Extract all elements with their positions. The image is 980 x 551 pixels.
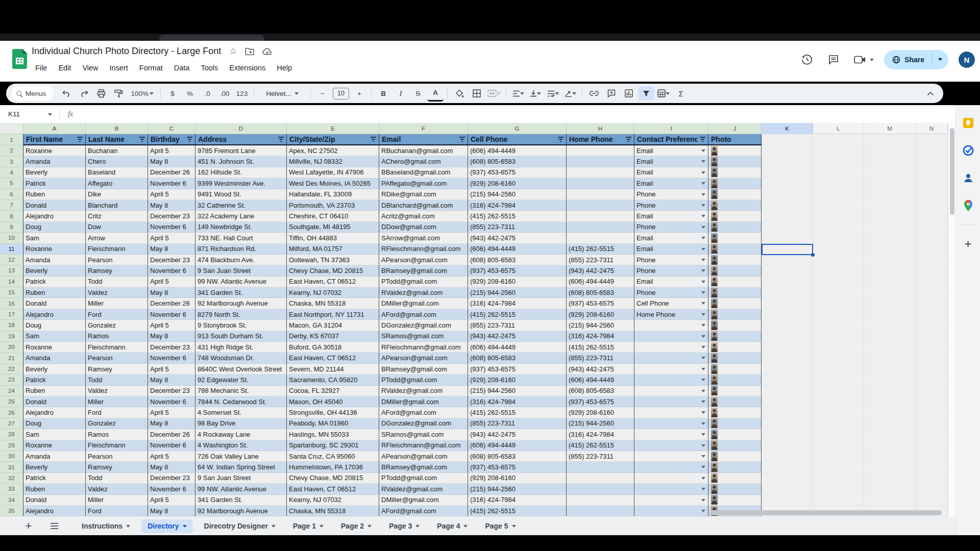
- cell-E10[interactable]: Tiffin, OH 44883: [287, 233, 379, 243]
- cell-M21[interactable]: [864, 353, 916, 363]
- cell-C23[interactable]: May 8: [148, 374, 195, 385]
- cell-A27[interactable]: Doug: [23, 418, 86, 429]
- cell-B21[interactable]: Pearson: [86, 353, 148, 363]
- cell-M1[interactable]: [864, 134, 916, 145]
- cell-F18[interactable]: DGonzalez@gmail.com: [379, 320, 468, 331]
- sheet-tab-menu-icon[interactable]: [183, 525, 187, 530]
- cell-H15[interactable]: (608) 805-6583: [567, 287, 634, 298]
- cell-H24[interactable]: (608) 805-6583: [567, 386, 634, 396]
- cell-A7[interactable]: Donald: [23, 200, 86, 211]
- zoom-control[interactable]: 100%: [128, 86, 157, 101]
- cell-D16[interactable]: 92 Marlborough Avenue: [195, 298, 287, 309]
- add-sheet-button[interactable]: +: [21, 519, 36, 533]
- cell-E5[interactable]: West Des Moines, IA 50265: [287, 178, 379, 189]
- menu-view[interactable]: View: [78, 62, 103, 73]
- cell-M8[interactable]: [864, 211, 916, 221]
- cell-E3[interactable]: Millville, NJ 08332: [287, 156, 379, 167]
- cell-E28[interactable]: Hastings, MN 55033: [287, 429, 379, 440]
- cell-H29[interactable]: (415) 262-5515: [567, 440, 634, 451]
- meet-video-icon[interactable]: [850, 50, 877, 69]
- cell-H28[interactable]: (316) 424-7984: [567, 429, 634, 440]
- cell-A33[interactable]: Ruben: [23, 484, 86, 494]
- cell-J12[interactable]: [708, 255, 762, 265]
- cell-E27[interactable]: Peabody, MA 01960: [287, 418, 379, 429]
- cell-A4[interactable]: Beverly: [23, 167, 86, 178]
- row-header-2[interactable]: 2: [0, 145, 23, 156]
- cell-E12[interactable]: Ooltewah, TN 37363: [287, 255, 379, 265]
- cell-N24[interactable]: [916, 386, 948, 396]
- row-header-15[interactable]: 15: [0, 287, 23, 298]
- cell-E17[interactable]: East Northport, NY 11731: [287, 309, 379, 320]
- cell-L31[interactable]: [813, 462, 864, 472]
- cell-B9[interactable]: Dow: [86, 222, 148, 233]
- member-photo[interactable]: [711, 244, 718, 254]
- cell-H17[interactable]: (929) 208-6160: [567, 309, 634, 320]
- cell-M30[interactable]: [864, 451, 916, 462]
- google-keep-icon[interactable]: [962, 116, 975, 130]
- cell-L19[interactable]: [813, 331, 864, 342]
- row-header-13[interactable]: 13: [0, 265, 23, 276]
- cell-J13[interactable]: [708, 265, 762, 276]
- cell-M12[interactable]: [864, 255, 916, 265]
- cell-K17[interactable]: [762, 309, 813, 320]
- member-photo[interactable]: [711, 288, 718, 297]
- member-photo[interactable]: [711, 397, 718, 407]
- font-family-selector[interactable]: Helvet...: [258, 86, 307, 101]
- cell-C31[interactable]: May 8: [148, 462, 195, 472]
- sheet-tab-directory[interactable]: Directory: [141, 519, 192, 533]
- cell-A13[interactable]: Beverly: [23, 265, 86, 276]
- filter-icon[interactable]: [625, 137, 632, 142]
- cell-N18[interactable]: [916, 320, 948, 331]
- member-photo[interactable]: [711, 430, 718, 439]
- cell-E26[interactable]: Strongsville, OH 44136: [287, 407, 379, 418]
- cell-G12[interactable]: (608) 805-6583: [468, 255, 567, 265]
- column-header-G[interactable]: G: [468, 123, 567, 134]
- cell-E29[interactable]: Spartanburg, SC 29301: [287, 440, 379, 451]
- cell-M3[interactable]: [864, 156, 916, 167]
- cell-N1[interactable]: [916, 134, 948, 145]
- member-photo[interactable]: [711, 452, 718, 461]
- cell-J14[interactable]: [708, 277, 762, 287]
- row-header-19[interactable]: 19: [0, 331, 23, 342]
- cell-I2[interactable]: Email: [634, 145, 708, 156]
- cell-K6[interactable]: [762, 189, 813, 200]
- dropdown-arrow-icon[interactable]: [701, 149, 705, 154]
- cell-I12[interactable]: Phone: [634, 255, 708, 265]
- cell-N28[interactable]: [916, 429, 948, 440]
- cell-B5[interactable]: Affegato: [86, 178, 148, 189]
- cell-I7[interactable]: Phone: [634, 200, 708, 211]
- member-photo[interactable]: [711, 495, 718, 505]
- cell-L34[interactable]: [813, 495, 864, 506]
- cell-I32[interactable]: [634, 473, 708, 484]
- cell-M31[interactable]: [864, 462, 916, 472]
- cell-G24[interactable]: (215) 944-2560: [468, 386, 567, 396]
- cell-A5[interactable]: Patrick: [23, 178, 86, 189]
- cell-E11[interactable]: Milford, MA 01757: [287, 244, 379, 255]
- cell-C4[interactable]: December 26: [148, 167, 195, 178]
- cell-M4[interactable]: [864, 167, 916, 178]
- merge-cells-button[interactable]: [486, 86, 502, 101]
- insert-comment-button[interactable]: [603, 86, 620, 101]
- member-photo[interactable]: [711, 179, 718, 188]
- row-header-9[interactable]: 9: [0, 222, 23, 233]
- cell-I26[interactable]: [634, 407, 708, 418]
- horizontal-scrollbar-thumb[interactable]: [709, 510, 942, 515]
- cell-F8[interactable]: Acritz@gmail.com: [379, 211, 468, 221]
- cell-H10[interactable]: [567, 233, 634, 243]
- cell-N31[interactable]: [916, 462, 948, 472]
- cell-D33[interactable]: 99 NW. Atlantic Avenue: [195, 484, 287, 494]
- cell-I30[interactable]: [634, 451, 708, 462]
- cell-E9[interactable]: Southgate, MI 48195: [287, 222, 379, 233]
- cell-G14[interactable]: (929) 208-6160: [468, 277, 567, 287]
- cell-A18[interactable]: Doug: [23, 320, 86, 331]
- sheet-tab-direcotry-designer[interactable]: Direcotry Designer: [198, 519, 282, 533]
- member-photo[interactable]: [711, 440, 718, 450]
- row-header-24[interactable]: 24: [0, 386, 23, 396]
- member-photo[interactable]: [711, 375, 718, 385]
- more-formats-button[interactable]: 123: [234, 86, 250, 101]
- cell-A15[interactable]: Ruben: [23, 287, 86, 298]
- dropdown-arrow-icon[interactable]: [701, 204, 705, 209]
- filter-icon[interactable]: [459, 137, 465, 142]
- dropdown-arrow-icon[interactable]: [701, 433, 705, 438]
- cell-K20[interactable]: [762, 342, 813, 353]
